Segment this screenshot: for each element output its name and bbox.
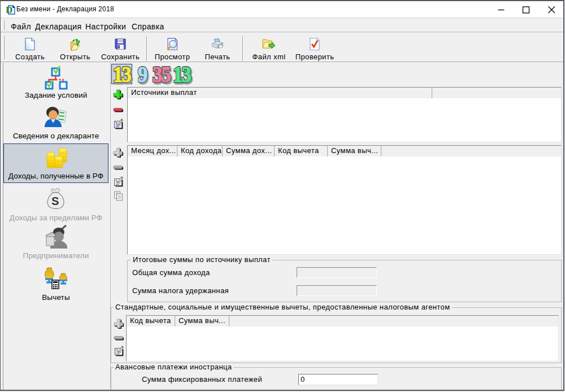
svg-text:D: D <box>6 5 13 15</box>
svg-text:S: S <box>51 195 59 207</box>
